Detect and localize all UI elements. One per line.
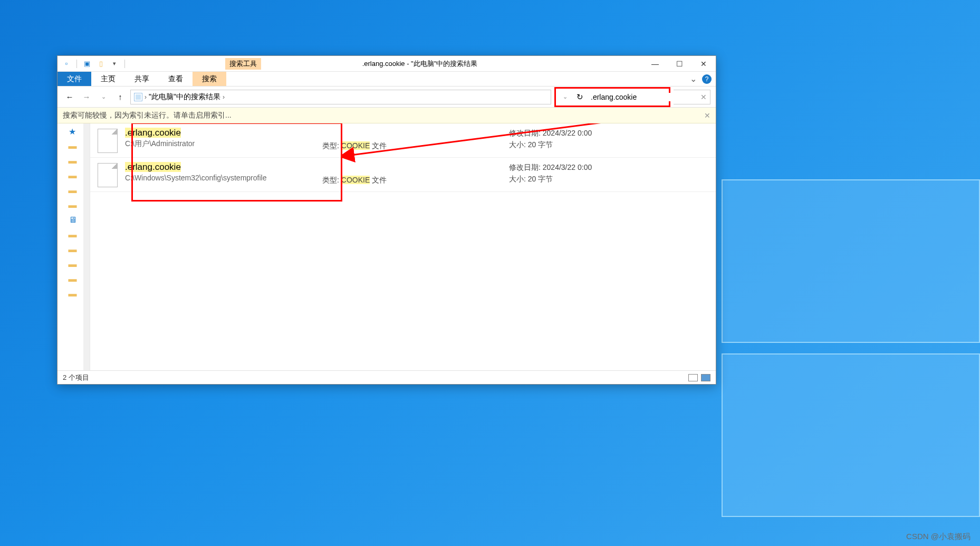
breadcrumb-text[interactable]: "此电脑"中的搜索结果 [149, 92, 220, 102]
explorer-window: ▫ ▣ ▯ ▾ 搜索工具 .erlang.cookie - "此电脑"中的搜索结… [57, 55, 716, 385]
quick-access-icon[interactable]: ★ [69, 127, 79, 137]
search-suffix: ✕ [674, 90, 710, 104]
location-icon [134, 93, 142, 101]
recent-dropdown[interactable]: ⌄ [97, 90, 110, 104]
results-pane[interactable]: .erlang.cookie C:\用户\Administrator 类型: C… [90, 123, 716, 370]
annotation-search-highlight: ⌄ ↻ [554, 87, 670, 107]
address-bar: ← → ⌄ ↑ › "此电脑"中的搜索结果 › ⌄ ↻ ✕ [57, 87, 716, 108]
checkmark-icon[interactable]: ▣ [82, 59, 92, 69]
breadcrumb-dropdown[interactable]: ⌄ [558, 90, 572, 104]
tab-view[interactable]: 查看 [159, 72, 193, 86]
status-bar: 2 个项目 [57, 370, 716, 384]
up-button[interactable]: ↑ [113, 90, 127, 104]
separator [76, 60, 77, 68]
icons-view-icon[interactable] [701, 374, 710, 381]
chevron-right-icon[interactable]: › [145, 93, 147, 101]
result-filename: .erlang.cookie [125, 128, 315, 138]
desktop-rect [722, 179, 980, 343]
breadcrumb[interactable]: › "此电脑"中的搜索结果 › [130, 90, 551, 104]
folder-icon[interactable]: ▬ [69, 274, 79, 285]
chevron-down-icon[interactable]: ⌄ [690, 74, 697, 84]
back-button[interactable]: ← [63, 90, 76, 104]
folder-icon[interactable]: ▬ [69, 245, 79, 255]
desktop-decor [722, 179, 980, 517]
folder-icon[interactable]: ▬ [69, 200, 79, 211]
refresh-button[interactable]: ↻ [573, 90, 587, 104]
details-view-icon[interactable] [688, 374, 698, 381]
maximize-button[interactable]: ☐ [667, 56, 691, 72]
folder-icon[interactable]: ▬ [69, 141, 79, 152]
result-meta-col: 修改日期: 2024/3/22 0:00 大小: 20 字节 [509, 162, 592, 184]
watermark: CSDN @小袁搬码 [906, 532, 971, 542]
info-bar-close-icon[interactable]: ✕ [704, 111, 710, 120]
result-path: C:\用户\Administrator [125, 139, 315, 149]
info-bar[interactable]: 搜索可能较慢，因为索引未运行。请单击启用索引... ✕ [57, 108, 716, 123]
quick-access-toolbar: ▫ ▣ ▯ ▾ [57, 59, 130, 69]
folder-icon[interactable]: ▬ [69, 289, 79, 300]
search-result-row[interactable]: .erlang.cookie C:\用户\Administrator 类型: C… [90, 123, 716, 158]
result-name-col: .erlang.cookie C:\Windows\System32\confi… [125, 162, 315, 182]
tab-search[interactable]: 搜索 [193, 72, 226, 86]
result-name-col: .erlang.cookie C:\用户\Administrator [125, 128, 315, 149]
file-icon [98, 163, 118, 187]
app-icon: ▫ [62, 59, 71, 69]
search-input[interactable] [591, 93, 683, 101]
folder-icon[interactable]: ▬ [69, 156, 79, 167]
folder-icon[interactable]: ▬ [69, 260, 79, 270]
explorer-body: ★ ▬ ▬ ▬ ▬ ▬ 🖥 ▬ ▬ ▬ ▬ ▬ .erlang.cookie [57, 123, 716, 370]
close-button[interactable]: ✕ [691, 56, 716, 72]
tab-share[interactable]: 共享 [125, 72, 159, 86]
desktop-rect [722, 353, 980, 517]
ribbon-right: ⌄ ? [690, 74, 712, 84]
forward-button[interactable]: → [80, 90, 93, 104]
search-input-wrapper [588, 90, 667, 104]
status-item-count: 2 个项目 [63, 373, 89, 382]
minimize-button[interactable]: — [643, 56, 667, 72]
folder-icon[interactable]: ▬ [69, 171, 79, 181]
result-type-col: 类型: COOKIE 文件 [322, 162, 502, 185]
titlebar[interactable]: ▫ ▣ ▯ ▾ 搜索工具 .erlang.cookie - "此电脑"中的搜索结… [57, 56, 716, 72]
search-result-row[interactable]: .erlang.cookie C:\Windows\System32\confi… [90, 158, 716, 192]
window-controls: — ☐ ✕ [643, 56, 716, 72]
search-tools-tab-label[interactable]: 搜索工具 [225, 58, 261, 70]
result-path: C:\Windows\System32\config\systemprofile [125, 174, 315, 182]
view-switcher [688, 374, 710, 381]
ribbon-tabs: 文件 主页 共享 查看 搜索 ⌄ ? [57, 72, 716, 87]
explorer-icon[interactable]: ▯ [96, 59, 105, 69]
file-icon [98, 129, 118, 153]
this-pc-icon[interactable]: 🖥 [69, 215, 79, 226]
result-type-col: 类型: COOKIE 文件 [322, 128, 502, 151]
chevron-right-icon[interactable]: › [223, 93, 225, 101]
folder-icon[interactable]: ▬ [69, 230, 79, 241]
tab-file[interactable]: 文件 [57, 72, 91, 86]
folder-icon[interactable]: ▬ [69, 186, 79, 196]
tab-home[interactable]: 主页 [91, 72, 125, 86]
info-bar-message: 搜索可能较慢，因为索引未运行。请单击启用索引... [63, 111, 232, 120]
dropdown-icon[interactable]: ▾ [110, 59, 119, 69]
clear-search-icon[interactable]: ✕ [700, 93, 707, 101]
result-filename: .erlang.cookie [125, 162, 315, 173]
navigation-pane[interactable]: ★ ▬ ▬ ▬ ▬ ▬ 🖥 ▬ ▬ ▬ ▬ ▬ [57, 123, 90, 370]
separator [124, 60, 125, 68]
result-meta-col: 修改日期: 2024/3/22 0:00 大小: 20 字节 [509, 128, 592, 150]
help-icon[interactable]: ? [702, 74, 712, 84]
